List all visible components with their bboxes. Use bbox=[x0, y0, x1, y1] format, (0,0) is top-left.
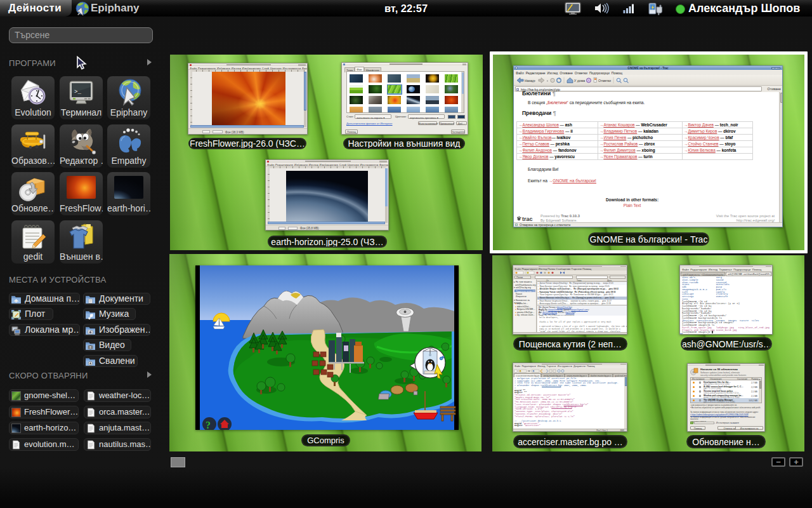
svg-text:trac: trac bbox=[522, 216, 533, 222]
svg-text:Назад: Назад bbox=[525, 79, 534, 83]
svg-text:>_: >_ bbox=[74, 89, 81, 95]
svg-text:Отметки: Отметки bbox=[598, 79, 611, 83]
svg-text:?: ? bbox=[206, 420, 211, 430]
svg-text:У дома: У дома bbox=[574, 79, 585, 83]
